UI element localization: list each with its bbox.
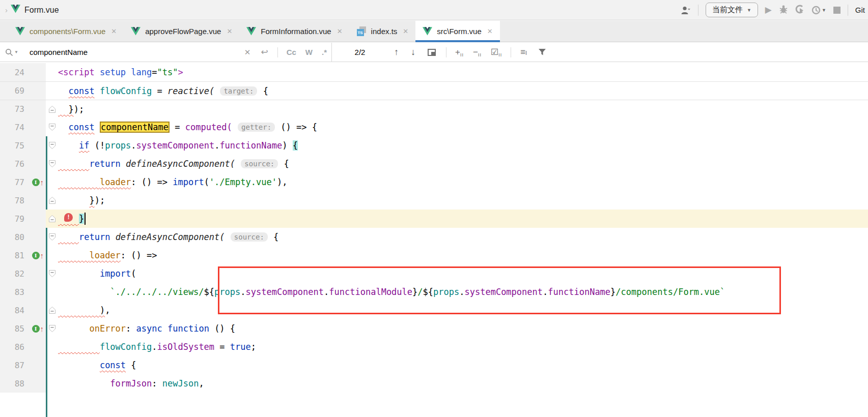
profiler-button[interactable]: ▼ [811,6,826,15]
code-token [58,342,100,352]
search-input[interactable]: ▼ componentName ✕ ↩ CcW.* [0,43,332,62]
code-text[interactable]: return defineAsyncComponent( source: { [58,228,868,246]
line-number[interactable]: 87 [0,356,24,374]
line-number[interactable]: 69 [0,82,24,100]
fold-marker[interactable] [46,136,58,155]
run-with-coverage-button[interactable] [795,5,804,16]
tab-close-icon[interactable]: ✕ [403,27,408,35]
fold-marker[interactable] [46,319,58,338]
code-text[interactable]: return defineAsyncComponent( source: { [58,155,868,173]
fold-marker[interactable] [46,118,58,136]
search-in-selection-button[interactable] [428,49,436,56]
implementation-gutter-icon[interactable]: I [32,178,40,186]
line-number[interactable]: 77 [0,173,24,191]
tab-close-icon[interactable]: ✕ [111,27,117,35]
editor-tab[interactable]: TSindex.ts✕ [350,21,416,42]
code-token: './Empty.vue' [209,177,277,187]
line-number[interactable]: 79 [0,210,24,228]
fold-marker[interactable] [46,264,58,283]
code-editor[interactable]: 6 5 24<script setup lang="ts">69 const f… [0,62,868,417]
line-number[interactable]: 78 [0,191,24,210]
run-configuration-dropdown[interactable]: 当前文件 ▼ [706,3,758,17]
line-number[interactable]: 75 [0,136,24,155]
multiline-search-button[interactable]: ≡I [520,47,527,57]
code-token: props [214,287,240,297]
fold-marker[interactable] [46,210,58,228]
line-number[interactable]: 81 [0,246,24,264]
vue-icon [15,27,25,36]
remove-occurrence-button[interactable]: −II [473,47,482,57]
line-number[interactable]: 86 [0,338,24,356]
fold-marker[interactable] [46,301,58,319]
code-text[interactable]: }); [58,191,868,210]
code-token: = [152,67,157,77]
git-menu[interactable]: Git [855,6,865,14]
gutter-icons [24,118,46,136]
fold-marker[interactable] [46,191,58,210]
line-number[interactable]: 80 [0,228,24,246]
code-text[interactable]: import( [58,264,868,283]
code-text[interactable]: const componentName = computed( getter: … [58,118,868,136]
code-text[interactable]: const { [58,356,868,374]
editor-tab[interactable]: src\Form.vue✕ [415,21,499,42]
whole-words-toggle[interactable]: W [305,48,313,56]
tab-close-icon[interactable]: ✕ [337,27,343,35]
editor-tab[interactable]: approveFlowPage.vue✕ [124,21,239,42]
editor-tab[interactable]: FormInformation.vue✕ [239,21,349,42]
line-number[interactable]: 74 [0,118,24,136]
code-token: () { [209,323,235,334]
fold-marker[interactable] [46,155,58,173]
code-text[interactable]: <script setup lang="ts"> [58,63,868,81]
editor-tab[interactable]: components\Form.vue✕ [8,21,124,42]
select-all-occurrences-button[interactable]: ☑II [491,47,502,57]
breadcrumb-file-name[interactable]: Form.vue [24,6,59,15]
code-line: 77I↑ loader: () => import('./Empty.vue')… [0,173,868,191]
regex-toggle[interactable]: .* [322,48,327,56]
tab-close-icon[interactable]: ✕ [487,27,493,35]
next-occurrence-button[interactable]: ↓ [411,47,415,57]
match-case-toggle[interactable]: Cc [287,48,296,56]
line-number[interactable]: 82 [0,264,24,283]
code-text[interactable]: loader: () => [58,246,868,264]
fold-marker[interactable] [46,228,58,246]
gutter-icons [24,82,46,100]
fold-marker[interactable] [46,100,58,118]
code-text[interactable]: formJson: newJson, [58,374,868,393]
code-text[interactable]: }! [58,210,868,228]
code-text[interactable]: onError: async function () { [58,319,868,338]
code-text[interactable]: loader: () => import('./Empty.vue'), [58,173,868,191]
line-number[interactable]: 85 [0,319,24,338]
line-number[interactable]: 88 [0,374,24,393]
stop-button[interactable] [833,7,841,14]
vue-icon [423,27,432,36]
code-text[interactable]: if (!props.systemComponent.functionName)… [58,136,868,155]
line-number[interactable]: 84 [0,301,24,319]
debug-button[interactable] [779,5,788,16]
filter-button[interactable] [538,48,546,56]
tab-close-icon[interactable]: ✕ [227,27,232,35]
new-line-icon[interactable]: ↩ [261,47,268,57]
search-icon[interactable]: ▼ [5,48,18,56]
line-number[interactable]: 76 [0,155,24,173]
code-text[interactable]: }); [58,100,868,118]
code-text[interactable]: `./../../../views/${props.systemComponen… [58,283,868,301]
code-token: ) [282,140,292,151]
clear-search-icon[interactable]: ✕ [244,48,251,57]
code-token: ); [74,104,84,114]
previous-occurrence-button[interactable]: ↑ [394,47,399,57]
code-token: ( [204,177,209,187]
implementation-gutter-icon[interactable]: I [32,252,40,259]
line-number[interactable]: 83 [0,283,24,301]
code-text[interactable]: flowConfig.isOldSystem = true; [58,338,868,356]
user-account-button[interactable] [681,6,691,15]
add-occurrence-button[interactable]: +II [455,47,464,57]
line-number[interactable]: 73 [0,100,24,118]
run-button[interactable]: ▶ [765,5,772,15]
code-text[interactable]: const flowConfig = reactive( target: { [58,82,868,100]
code-line: 74 const componentName = computed( gette… [0,118,868,136]
line-number[interactable]: 24 [0,63,24,81]
code-token [58,269,100,279]
code-text[interactable]: ), [58,301,868,319]
implementation-gutter-icon[interactable]: I [32,325,40,333]
error-gutter-icon[interactable]: ! [64,213,73,222]
